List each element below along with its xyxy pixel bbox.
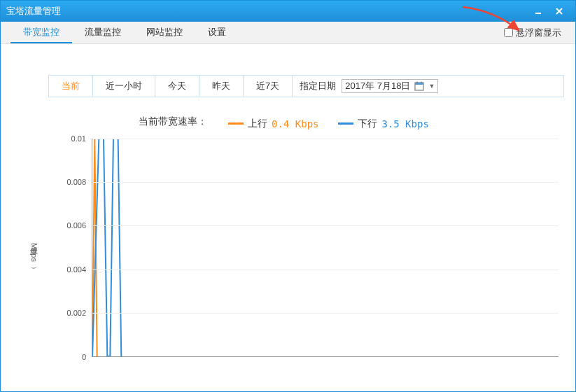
upload-color-icon: [228, 122, 244, 125]
download-value: 3.5 Kbps: [381, 118, 428, 130]
tab-2[interactable]: 网站监控: [134, 22, 195, 43]
tab-bar: 带宽监控流量监控网站监控设置 悬浮窗显示: [1, 22, 575, 44]
titlebar: 宝塔流量管理: [1, 1, 575, 22]
chart-svg: [92, 139, 559, 356]
tab-1[interactable]: 流量监控: [72, 22, 134, 43]
y-axis-ticks: 00.0020.0040.0060.0080.01: [59, 139, 90, 364]
grid-line: [92, 225, 559, 226]
y-axis-label: （单位 Mbps）: [29, 241, 39, 262]
y-tick: 0.002: [66, 309, 86, 317]
grid-line: [92, 313, 559, 314]
date-picker[interactable]: 2017年 7月18日 ▼: [342, 79, 438, 93]
calendar-icon: [414, 81, 424, 91]
close-icon: [555, 7, 563, 15]
grid-line: [92, 139, 559, 139]
minimize-button[interactable]: [528, 4, 549, 18]
download-label: 下行: [358, 118, 377, 130]
date-value: 2017年 7月18日: [345, 80, 410, 92]
date-label: 指定日期: [300, 80, 336, 92]
chart-container: （单位 Mbps） 00.0020.0040.0060.0080.01: [24, 139, 566, 364]
filter-button-0[interactable]: 当前: [49, 76, 93, 97]
date-filter: 指定日期 2017年 7月18日 ▼: [293, 76, 563, 97]
window-controls: [528, 4, 570, 18]
minimize-icon: [534, 7, 542, 15]
upload-value: 0.4 Kbps: [272, 118, 318, 130]
close-button[interactable]: [549, 4, 570, 18]
grid-line: [92, 270, 559, 270]
grid-line: [92, 182, 559, 183]
legend-upload: 上行 0.4 Kbps: [228, 118, 318, 130]
y-tick: 0.01: [71, 134, 86, 143]
float-window-checkbox[interactable]: [504, 28, 513, 37]
download-color-icon: [338, 122, 353, 125]
dropdown-icon: ▼: [428, 83, 435, 90]
upload-label: 上行: [248, 118, 267, 130]
y-tick: 0.006: [66, 221, 86, 230]
float-window-toggle[interactable]: 悬浮窗显示: [504, 22, 566, 43]
y-tick: 0.008: [66, 178, 86, 186]
float-window-label: 悬浮窗显示: [516, 27, 561, 39]
y-tick: 0.004: [66, 265, 86, 274]
svg-rect-4: [415, 83, 423, 85]
legend-download: 下行 3.5 Kbps: [338, 118, 428, 130]
window-title: 宝塔流量管理: [6, 5, 528, 18]
filter-button-2[interactable]: 今天: [155, 76, 199, 97]
filter-button-4[interactable]: 近7天: [244, 76, 293, 97]
filter-button-1[interactable]: 近一小时: [93, 76, 155, 97]
chart-area: 00.0020.0040.0060.0080.01: [64, 139, 566, 364]
chart-legend: 当前带宽速率： 上行 0.4 Kbps 下行 3.5 Kbps: [10, 115, 566, 130]
content-area: 当前近一小时今天昨天近7天 指定日期 2017年 7月18日 ▼ 当前带宽速率：: [1, 44, 575, 364]
legend-title: 当前带宽速率：: [139, 115, 207, 127]
tab-0[interactable]: 带宽监控: [10, 22, 72, 43]
time-filter-row: 当前近一小时今天昨天近7天 指定日期 2017年 7月18日 ▼: [48, 75, 564, 97]
filter-button-3[interactable]: 昨天: [199, 76, 244, 97]
chart-plot: [92, 139, 559, 357]
app-window: 宝塔流量管理 带宽监控流量监控网站监控设置 悬浮窗显示 当前近一小时今天昨天近7…: [0, 0, 576, 392]
tab-3[interactable]: 设置: [195, 22, 239, 43]
y-tick: 0: [82, 353, 86, 361]
